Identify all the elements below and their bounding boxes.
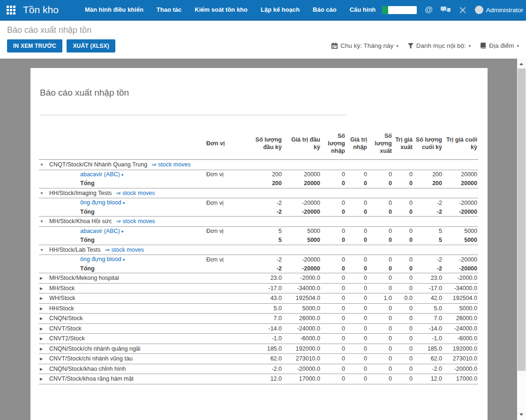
location-filter[interactable]: Địa điểm ▾ [480, 42, 519, 49]
collapse-caret-icon[interactable]: ▼ [40, 191, 44, 195]
cell-value: 0 [346, 293, 368, 304]
stock-moves-link[interactable]: ⇒ stock moves [105, 247, 144, 253]
unit-cell: Đơn vị [205, 198, 245, 208]
location-row[interactable]: ▶MH/Stock-17.0-34000.00000-17.0-34000.0 [39, 283, 478, 293]
collapse-caret-icon[interactable]: ▼ [40, 163, 44, 167]
location-row[interactable]: ▶CNQN/Stock/khao chỉnh hình-2.0-20000.00… [39, 364, 478, 374]
tools-icon[interactable] [458, 6, 467, 14]
category-filter-label: Danh mục nội bộ: [416, 42, 466, 49]
expand-caret-icon[interactable]: ▶ [40, 377, 43, 381]
expand-caret-icon[interactable]: ▶ [40, 337, 43, 341]
print-preview-button[interactable]: IN XEM TRƯỚC [7, 39, 62, 52]
location-name: CNQT/Stock/Chi Nhánh Quang Trung [49, 161, 147, 168]
location-row[interactable]: ▶CNVT/Stock-14.0-24000.00000-14.0-24000.… [39, 323, 478, 334]
cell-value: -34000.0 [283, 283, 321, 293]
menu-item-configuration[interactable]: Cấu hình [343, 0, 383, 20]
cell-value: 5.0 [245, 303, 283, 314]
menu-item-inventory-control[interactable]: Kiểm soát tồn kho [188, 0, 254, 20]
cell-value: 0 [393, 226, 413, 236]
stock-moves-link[interactable]: ⇒ stock moves [116, 190, 155, 196]
user-menu[interactable]: Administrator ▾ [475, 6, 526, 14]
location-row[interactable]: ▶CNVT/Stock/chi nhánh vũng tàu62.0273010… [39, 354, 478, 364]
expand-caret-icon[interactable]: ▶ [40, 316, 43, 321]
table-header-row: Đơn vịSố lượng đầu kỳGiá trị đầu kỳSố lư… [39, 128, 478, 160]
column-header: Giá trị đầu kỳ [283, 128, 321, 160]
timer-widget[interactable] [382, 6, 417, 14]
scrollbar-thumb[interactable] [518, 68, 526, 371]
cell-value: 5000 [443, 236, 478, 245]
user-avatar [475, 6, 483, 14]
cell-value: 43.0 [245, 293, 283, 304]
cell-value: 200 [245, 179, 283, 188]
location-row[interactable]: ▶CNVT2/Stock-1.0-6000.00000-1.0-6000.0 [39, 334, 478, 344]
app-title[interactable]: Tồn kho [23, 4, 59, 15]
cell-value: 0 [393, 198, 413, 208]
cell-value: 12.0 [245, 374, 283, 384]
cell-value: 0 [393, 374, 413, 384]
cell-value: 0 [393, 303, 413, 314]
cell-value: -17.0 [413, 283, 443, 293]
vertical-scrollbar[interactable] [517, 59, 526, 420]
cell-value: 0 [321, 273, 346, 284]
product-link[interactable]: abacavir (ABC)▾ [80, 171, 123, 178]
column-header: Số lượng cuối kỳ [413, 128, 443, 160]
total-label: Tổng [48, 236, 205, 245]
location-name: CNQN/Stock/chi nhánh quảng ngãi [48, 344, 205, 354]
expand-caret-icon[interactable]: ▶ [40, 296, 43, 300]
stock-moves-link[interactable]: ⇒ stock moves [116, 218, 155, 225]
expand-caret-icon[interactable]: ▶ [40, 286, 43, 291]
menu-item-planning[interactable]: Lập kế hoạch [254, 0, 306, 20]
category-filter[interactable]: Danh mục nội bộ: ▾ [408, 42, 471, 49]
group-header-row[interactable]: ▼MH/Stock/Khoa Hồi sức⇒ stock moves [39, 217, 478, 227]
collapse-caret-icon[interactable]: ▼ [40, 219, 44, 224]
menu-item-reports[interactable]: Báo cáo [306, 0, 343, 20]
scroll-down-arrow-icon[interactable] [519, 413, 523, 416]
product-link[interactable]: ông đựng blood▾ [80, 199, 125, 206]
apps-grid-icon[interactable] [7, 6, 15, 15]
column-header: Số lượng đầu kỳ [245, 128, 283, 160]
expand-caret-icon[interactable]: ▶ [40, 347, 43, 351]
expand-caret-icon[interactable]: ▶ [40, 367, 43, 371]
cell-value: 0 [321, 226, 346, 236]
product-link[interactable]: ông đựng blood▾ [80, 256, 125, 262]
cell-value: 42.0 [413, 293, 443, 304]
period-filter[interactable]: Chu kỳ: Tháng này ▾ [331, 42, 398, 49]
location-row[interactable]: ▶WH/Stock43.0192504.0001.00.042.0192504.… [39, 293, 478, 304]
expand-caret-icon[interactable]: ▶ [40, 357, 43, 361]
cell-value: 0 [321, 323, 346, 334]
expand-caret-icon[interactable]: ▶ [40, 276, 43, 280]
chat-icon[interactable] [441, 7, 451, 14]
mentions-icon[interactable]: @ [425, 5, 433, 15]
location-row[interactable]: ▶CNVT/Stock/khoa răng hàm mặt12.017000.0… [39, 374, 478, 384]
cell-value: 0 [368, 179, 393, 188]
cell-value: -17.0 [245, 283, 283, 293]
location-row[interactable]: ▶HH/Stock5.05000.000005.05000.0 [39, 303, 478, 314]
location-row[interactable]: ▶CNQN/Stock/chi nhánh quảng ngãi185.0192… [39, 344, 478, 354]
group-header-row[interactable]: ▼HH/Stock/Lab Tests⇒ stock moves [39, 245, 478, 255]
cell-value: 0 [346, 208, 368, 217]
collapse-caret-icon[interactable]: ▼ [40, 248, 44, 252]
location-name: HH/Stock/Lab Tests [49, 247, 101, 253]
stock-moves-link[interactable]: ⇒ stock moves [151, 161, 190, 168]
menu-item-operations[interactable]: Thao tác [150, 0, 188, 20]
cell-value: 0.0 [393, 293, 413, 304]
scroll-up-arrow-icon[interactable] [519, 63, 523, 65]
product-link[interactable]: abacavir (ABC)▾ [80, 228, 123, 234]
cell-value: -20000 [443, 255, 478, 264]
cell-value: 0 [321, 179, 346, 188]
export-xlsx-button[interactable]: XUẤT (XLSX) [67, 39, 115, 52]
cell-value: -24000.0 [283, 323, 321, 334]
location-row[interactable]: ▶CNQN/Stock7.026000.000007.026000.0 [39, 314, 478, 324]
cell-value: 5 [245, 226, 283, 236]
cell-value: 62.0 [245, 354, 283, 364]
group-header-row[interactable]: ▼HH/Stock/Imaging Tests⇒ stock moves [39, 188, 478, 198]
cell-value: 0 [346, 179, 368, 188]
menu-item-dashboard[interactable]: Màn hình điều khiển [78, 0, 150, 20]
cell-value: -1.0 [245, 334, 283, 344]
expand-caret-icon[interactable]: ▶ [40, 327, 43, 331]
location-row[interactable]: ▶MH/Stock/Mekong hospital23.0-2000.00000… [39, 273, 478, 284]
group-header-row[interactable]: ▼CNQT/Stock/Chi Nhánh Quang Trung⇒ stock… [39, 160, 478, 170]
expand-caret-icon[interactable]: ▶ [40, 307, 43, 311]
cell-value: -2000.0 [443, 273, 478, 284]
cell-value: -20000 [443, 208, 478, 217]
